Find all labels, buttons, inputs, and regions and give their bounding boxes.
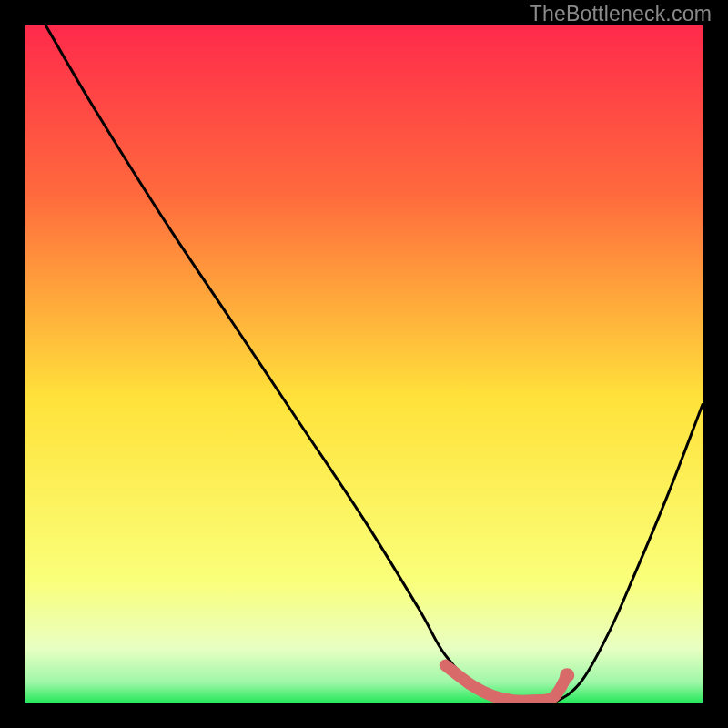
chart-frame: TheBottleneck.com	[0, 0, 728, 728]
watermark-label: TheBottleneck.com	[530, 2, 712, 26]
bottleneck-chart	[25, 25, 703, 703]
optimal-range-end-dot	[560, 668, 574, 682]
plot-area	[25, 25, 703, 703]
optimal-range-marker	[445, 665, 567, 701]
bottleneck-curve	[46, 25, 703, 703]
